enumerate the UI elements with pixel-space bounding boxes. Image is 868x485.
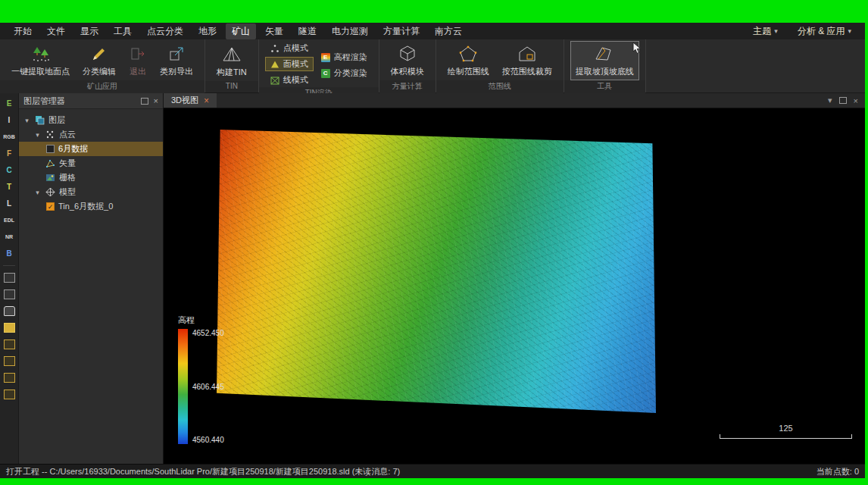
sidebar-tool-nr[interactable]: NR bbox=[2, 230, 16, 243]
tab-close-icon[interactable]: × bbox=[204, 95, 209, 106]
line-mode-label: 线模式 bbox=[283, 74, 308, 86]
menu-item-southcloud[interactable]: 南方云 bbox=[429, 23, 468, 39]
line-mode-button[interactable]: 线模式 bbox=[265, 73, 314, 87]
extract-ground-button[interactable]: 一键提取地面点 bbox=[6, 41, 75, 80]
menu-item-file[interactable]: 文件 bbox=[41, 23, 71, 39]
tab-3d-view[interactable]: 3D视图 × bbox=[164, 93, 217, 108]
draw-boundary-label: 绘制范围线 bbox=[448, 66, 489, 77]
menu-item-vector[interactable]: 矢量 bbox=[259, 23, 289, 39]
tree-row-pointcloud[interactable]: ▾ 点云 bbox=[19, 127, 163, 142]
tin-layer-checkbox[interactable]: ✓ bbox=[46, 202, 55, 211]
clip-boundary-button[interactable]: 按范围线裁剪 bbox=[497, 41, 557, 80]
classify-edit-label: 分类编辑 bbox=[83, 66, 116, 77]
layer-panel-header: 图层管理器 × bbox=[19, 93, 163, 109]
exit-button[interactable]: 退出 bbox=[123, 41, 152, 80]
float-window-icon[interactable] bbox=[839, 97, 847, 104]
tree-row-june-data[interactable]: 6月数据 bbox=[19, 142, 163, 156]
terrain-elevation-render[interactable] bbox=[217, 119, 656, 424]
sidebar-tool-t[interactable]: T bbox=[2, 180, 16, 193]
draw-boundary-button[interactable]: 绘制范围线 bbox=[442, 41, 495, 80]
sidebar-tool-l[interactable]: L bbox=[2, 197, 16, 210]
face-mode-button[interactable]: 面模式 bbox=[265, 57, 314, 71]
menu-item-terrain[interactable]: 地形 bbox=[192, 23, 223, 39]
build-tin-button[interactable]: 构建TIN bbox=[211, 42, 252, 81]
sidebar-tool-b[interactable]: B bbox=[2, 247, 16, 260]
class-export-button[interactable]: 类别导出 bbox=[155, 41, 198, 80]
class-render-icon: C bbox=[321, 69, 330, 78]
pointcloud-group-label: 点云 bbox=[59, 129, 76, 140]
tab-list-dropdown-icon[interactable]: ▾ bbox=[828, 95, 832, 105]
sidebar-tool-box-4[interactable] bbox=[2, 388, 16, 401]
tree-row-model[interactable]: ▾ 模型 bbox=[19, 185, 163, 199]
left-tool-strip: E I RGB F C T L EDL NR B bbox=[0, 93, 19, 464]
elevation-render-label: 高程渲染 bbox=[334, 52, 367, 63]
sidebar-tool-box-3[interactable] bbox=[2, 371, 16, 384]
point-mode-button[interactable]: 点模式 bbox=[265, 41, 314, 55]
color-ramp bbox=[178, 329, 188, 444]
viewport-3d: 3D视图 × ▾ × 高程 4652.450 bbox=[164, 93, 865, 464]
analysis-apps-menu[interactable]: 分析 & 应用 ▾ bbox=[792, 23, 857, 39]
sidebar-tool-measure[interactable] bbox=[2, 288, 16, 301]
status-point-count: 当前点数: 0 bbox=[816, 466, 859, 477]
render-canvas[interactable]: 高程 4652.450 4606.445 4560.440 125 bbox=[164, 108, 865, 464]
sidebar-tool-box-1[interactable] bbox=[2, 338, 16, 351]
ribbon-group-tin: 构建TIN TIN bbox=[205, 39, 259, 92]
sidebar-tool-brush[interactable] bbox=[2, 271, 16, 284]
sidebar-tool-f[interactable]: F bbox=[2, 147, 16, 160]
elevation-render-icon: E bbox=[321, 53, 330, 62]
sidebar-tool-cube[interactable] bbox=[2, 321, 16, 334]
box-icon bbox=[4, 356, 15, 366]
sidebar-tool-c[interactable]: C bbox=[2, 164, 16, 177]
ribbon-group-tin-render: 点模式 面模式 bbox=[259, 39, 379, 92]
view-tab-bar: 3D视图 × ▾ × bbox=[164, 93, 865, 108]
menu-item-tools[interactable]: 工具 bbox=[108, 23, 138, 39]
expander-icon[interactable]: ▾ bbox=[34, 131, 41, 139]
menu-item-tunnel[interactable]: 隧道 bbox=[292, 23, 323, 39]
menu-item-mine[interactable]: 矿山 bbox=[226, 23, 256, 39]
volume-module-button[interactable]: 体积模块 bbox=[386, 41, 429, 80]
tree-row-layers[interactable]: ▾ 图层 bbox=[19, 113, 163, 127]
group-label-tools: 工具 bbox=[564, 80, 645, 94]
box-icon bbox=[4, 390, 15, 399]
sidebar-tool-elevation[interactable]: E bbox=[2, 97, 16, 110]
menu-item-pointcloud-classify[interactable]: 点云分类 bbox=[141, 23, 189, 39]
menu-item-volume[interactable]: 方量计算 bbox=[377, 23, 426, 39]
exit-label: 退出 bbox=[130, 66, 146, 77]
tree-row-vector[interactable]: ▾ 矢量 bbox=[19, 156, 163, 171]
june-data-checkbox[interactable] bbox=[46, 145, 55, 153]
classify-edit-button[interactable]: 分类编辑 bbox=[77, 41, 121, 80]
menu-item-start[interactable]: 开始 bbox=[8, 23, 38, 39]
menu-item-display[interactable]: 显示 bbox=[74, 23, 105, 39]
group-label-boundary: 范围线 bbox=[436, 80, 564, 94]
sidebar-tool-intensity[interactable]: I bbox=[2, 114, 16, 127]
sidebar-tool-rgb[interactable]: RGB bbox=[2, 130, 16, 143]
elevation-render-button[interactable]: E 高程渲染 bbox=[316, 50, 373, 64]
raster-image-icon bbox=[45, 173, 55, 183]
view-tab-controls: ▾ × bbox=[828, 93, 865, 108]
close-icon[interactable]: × bbox=[154, 96, 158, 105]
theme-menu[interactable]: 主题 ▾ bbox=[747, 23, 784, 39]
sidebar-tool-box-2[interactable] bbox=[2, 355, 16, 368]
extract-ground-label: 一键提取地面点 bbox=[11, 66, 70, 77]
clip-region-icon bbox=[517, 44, 537, 64]
class-render-button[interactable]: C 分类渲染 bbox=[316, 66, 373, 80]
box-icon bbox=[4, 373, 15, 383]
face-mode-icon bbox=[270, 60, 279, 69]
trees-icon bbox=[31, 44, 51, 64]
sidebar-tool-pan[interactable] bbox=[2, 305, 16, 318]
expander-icon[interactable]: ▾ bbox=[23, 117, 30, 124]
ribbon-group-volume: 体积模块 方量计算 bbox=[379, 39, 436, 92]
dock-icon[interactable] bbox=[141, 98, 148, 105]
tree-row-tin-layer[interactable]: ✓ Tin_6月数据_0 bbox=[19, 199, 163, 214]
extract-slope-lines-label: 提取坡顶坡底线 bbox=[576, 66, 634, 77]
layer-manager-panel: 图层管理器 × ▾ 图层 bbox=[19, 93, 164, 464]
brush-icon bbox=[4, 273, 15, 283]
expander-icon[interactable]: ▾ bbox=[34, 189, 41, 196]
measure-icon bbox=[4, 289, 15, 299]
extract-slope-lines-button[interactable]: 提取坡顶坡底线 bbox=[570, 41, 639, 80]
menu-item-power[interactable]: 电力巡测 bbox=[326, 23, 374, 39]
export-arrow-icon bbox=[167, 44, 186, 64]
close-view-icon[interactable]: × bbox=[854, 96, 858, 105]
tree-row-raster[interactable]: ▾ 栅格 bbox=[19, 171, 163, 185]
sidebar-tool-edl[interactable]: EDL bbox=[2, 214, 16, 227]
